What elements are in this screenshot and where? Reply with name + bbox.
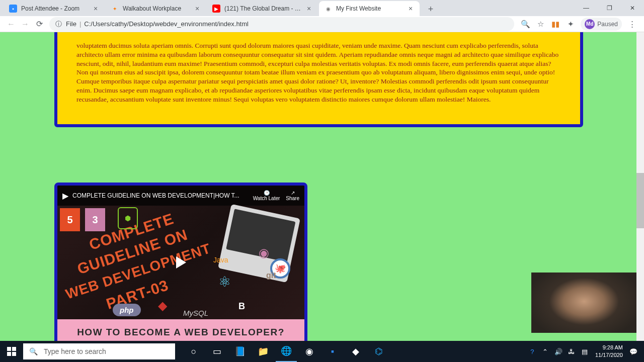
python-icon: ◉ [259, 246, 269, 260]
close-window-button[interactable]: ✕ [621, 0, 644, 16]
new-tab-button[interactable]: + [424, 2, 438, 16]
search-placeholder: Type here to search [44, 347, 106, 355]
close-icon[interactable]: × [92, 5, 100, 13]
help-icon[interactable]: ? [526, 348, 539, 355]
java-label: Java [213, 256, 228, 264]
youtube-icon: ▶ [212, 5, 220, 13]
taskbar-search[interactable]: 🔍 Type here to search [23, 343, 175, 359]
cortana-icon[interactable]: ○ [183, 341, 204, 362]
tab-title: Post Attendee - Zoom [21, 5, 90, 12]
scrollbar-thumb[interactable] [636, 173, 644, 228]
system-tray: ? ⌃ 🔊 🖧 ▤ 9:28 AM 11/17/2020 💬 [526, 344, 644, 359]
address-bar: ← → ⟳ ⓘ File | C:/Users/cathy/Desktop/we… [0, 16, 644, 32]
extensions-area: 🔍 ☆ ▮▮ ✦ Md Paused ⋮ [517, 18, 640, 31]
react-icon: ⚛ [218, 274, 231, 290]
back-button[interactable]: ← [4, 17, 18, 31]
reload-button[interactable]: ⟳ [32, 17, 46, 31]
chevron-up-icon[interactable]: ⌃ [539, 348, 552, 355]
nodejs-icon: ⬢ [118, 207, 138, 229]
app-icon-2[interactable]: ◉ [299, 341, 320, 362]
separator: | [79, 20, 81, 28]
bookmark-icon[interactable]: ☆ [535, 19, 545, 29]
watch-later-button[interactable]: 🕑 Watch Later [253, 190, 280, 201]
extensions-puzzle-icon[interactable]: ✦ [566, 19, 576, 29]
close-icon[interactable]: × [407, 5, 415, 13]
chrome-icon[interactable]: 🌐 [276, 341, 297, 362]
app-icon-1[interactable]: 📘 [229, 341, 251, 362]
profile-paused[interactable]: Md Paused [581, 18, 622, 31]
tab-zoom[interactable]: ▪ Post Attendee - Zoom × [4, 1, 105, 16]
search-icon: 🔍 [29, 347, 38, 355]
mysql-label: MySQL [183, 309, 208, 317]
close-icon[interactable]: × [193, 5, 201, 13]
webcam-overlay [531, 273, 637, 333]
task-icons: ○ ▭ 📘 📁 🌐 ◉ ▪ ◆ ⌬ [183, 341, 389, 362]
scrollbar-track[interactable] [636, 32, 644, 341]
app-icon-3[interactable]: ◆ [345, 341, 366, 362]
share-label: Share [286, 196, 299, 201]
task-view-icon[interactable]: ▭ [206, 341, 227, 362]
youtube-logo-icon: ▶ [62, 191, 68, 201]
browser-tabs: ▪ Post Attendee - Zoom × ✦ Walkabout Wor… [0, 0, 644, 16]
video-thumbnail[interactable]: 🐙 COMPLETE GUIDELINE ON WEB DEVELOPMENT … [57, 206, 304, 319]
network-icon[interactable]: 🖧 [565, 348, 578, 355]
clock-icon: 🕑 [264, 190, 270, 196]
php-label: php [113, 304, 141, 316]
time: 9:28 AM [595, 344, 623, 351]
file-label: File [66, 20, 76, 28]
tab-title: (121) The Global Dream - YouTu [224, 5, 303, 12]
css3-icon: 3 [85, 208, 105, 231]
paused-label: Paused [597, 21, 618, 28]
maximize-button[interactable]: ❐ [598, 0, 621, 16]
lorem-content-box: voluptatem ducimus soluta aperiam omnis.… [54, 32, 583, 127]
video-title[interactable]: COMPLETE GUIDELINE ON WEB DEVELOPMENT|HO… [72, 192, 247, 199]
tab-my-first-website[interactable]: ◉ My First Website × [319, 1, 420, 16]
lorem-text: voluptatem ducimus soluta aperiam omnis.… [76, 41, 561, 104]
volume-icon[interactable]: 🔊 [552, 348, 565, 355]
watch-later-label: Watch Later [253, 196, 280, 201]
extension-icon[interactable]: ▮▮ [550, 19, 560, 29]
windows-logo-icon [7, 347, 16, 356]
tab-walkabout[interactable]: ✦ Walkabout Workplace × [106, 1, 206, 16]
webcam-feed [531, 273, 637, 333]
zoom-icon: ▪ [9, 5, 17, 13]
start-button[interactable] [0, 341, 23, 362]
forward-button[interactable]: → [18, 17, 32, 31]
video-embed[interactable]: ▶ COMPLETE GUIDELINE ON WEB DEVELOPMENT|… [54, 183, 307, 341]
file-explorer-icon[interactable]: 📁 [253, 341, 274, 362]
b-label: B [238, 301, 245, 312]
video-header: ▶ COMPLETE GUIDELINE ON WEB DEVELOPMENT|… [57, 186, 304, 206]
avatar: Md [585, 19, 595, 29]
vscode-icon[interactable]: ⌬ [368, 341, 389, 362]
share-icon: ↗ [291, 190, 295, 196]
play-icon[interactable] [176, 256, 186, 268]
close-icon[interactable]: × [305, 5, 313, 13]
search-icon[interactable]: 🔍 [520, 19, 530, 29]
page-viewport: voluptatem ducimus soluta aperiam omnis.… [0, 32, 644, 341]
page-icon: ◉ [324, 5, 332, 13]
notifications-icon[interactable]: 💬 [627, 348, 640, 355]
ruby-icon: ◆ [158, 299, 167, 313]
zoom-app-icon[interactable]: ▪ [322, 341, 343, 362]
window-controls: — ❐ ✕ [575, 0, 644, 16]
tab-youtube[interactable]: ▶ (121) The Global Dream - YouTu × [207, 1, 318, 16]
date: 11/17/2020 [595, 351, 623, 359]
input-icon[interactable]: ▤ [578, 348, 591, 355]
clock[interactable]: 9:28 AM 11/17/2020 [591, 344, 627, 359]
minimize-button[interactable]: — [575, 0, 598, 16]
menu-icon[interactable]: ⋮ [627, 19, 637, 29]
html5-icon: 5 [60, 208, 80, 231]
tab-title: Walkabout Workplace [123, 5, 191, 12]
share-button[interactable]: ↗ Share [286, 190, 299, 201]
url-text: C:/Users/cathy/Desktop/webdev_environmen… [84, 20, 249, 28]
site-info-icon[interactable]: ⓘ [55, 20, 62, 29]
tab-title: My First Website [336, 5, 405, 12]
windows-taskbar: 🔍 Type here to search ○ ▭ 📘 📁 🌐 ◉ ▪ ◆ ⌬ … [0, 341, 644, 362]
video-bottom-banner: HOW TO BECOME A WEB DEVELOPER? [57, 319, 304, 341]
git-label: git [266, 271, 276, 280]
walkabout-icon: ✦ [111, 5, 119, 13]
url-field[interactable]: ⓘ File | C:/Users/cathy/Desktop/webdev_e… [49, 17, 514, 31]
